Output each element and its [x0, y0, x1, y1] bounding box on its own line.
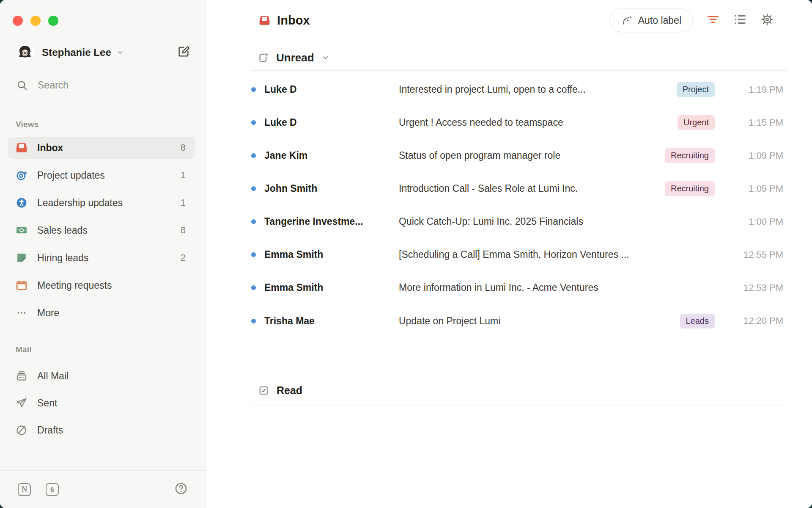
mail-list: All MailSentDrafts	[8, 365, 195, 441]
email-sender: Emma Smith	[264, 282, 399, 293]
unread-count-badge: 1	[181, 170, 186, 181]
email-row[interactable]: John SmithIntroduction Call - Sales Role…	[250, 172, 787, 205]
email-subject: Quick Catch-Up: Lumi Inc. 2025 Financial…	[399, 216, 732, 227]
window-controls	[13, 16, 58, 26]
email-row[interactable]: Emma SmithMore information in Lumi Inc. …	[250, 271, 787, 304]
notion-calendar-icon[interactable]: 6	[46, 483, 59, 496]
close-window-button[interactable]	[13, 16, 23, 26]
drafts-icon	[16, 424, 27, 436]
sidebar-item-inbox[interactable]: Inbox8	[8, 137, 195, 159]
auto-label-icon	[621, 14, 633, 26]
mail-section-label: Mail	[16, 345, 32, 354]
read-section-header[interactable]: Read	[258, 375, 787, 406]
unread-dot	[251, 285, 256, 290]
email-sender: Jane Kim	[264, 150, 399, 161]
email-time: 1:09 PM	[732, 150, 787, 161]
auto-label-button[interactable]: Auto label	[609, 8, 693, 32]
header-controls: Auto label	[609, 8, 774, 32]
sidebar-item-more[interactable]: More	[8, 302, 195, 324]
sidebar-item-project-updates[interactable]: Project updates1	[8, 164, 195, 186]
email-sender: Luke D	[264, 84, 399, 95]
compose-button[interactable]	[177, 45, 190, 60]
sidebar-item-hiring-leads[interactable]: Hiring leads2	[8, 247, 195, 269]
notion-app-icon[interactable]: N	[18, 483, 31, 496]
unread-dot	[251, 186, 256, 191]
email-subject: More information in Lumi Inc. - Acme Ven…	[399, 282, 732, 293]
search-icon	[16, 80, 28, 91]
unread-section-label: Unread	[276, 51, 314, 64]
gear-icon	[760, 13, 774, 26]
unread-dot	[251, 319, 256, 323]
email-time: 12:55 PM	[732, 249, 787, 260]
sidebar-item-all-mail[interactable]: All Mail	[8, 365, 195, 387]
account-name: Stephanie Lee	[42, 47, 111, 58]
sidebar-item-sent[interactable]: Sent	[8, 392, 195, 414]
unread-dot	[251, 87, 256, 92]
email-row[interactable]: Tangerine Investme...Quick Catch-Up: Lum…	[250, 205, 787, 238]
target-icon	[16, 169, 27, 181]
email-tag: Recruiting	[665, 148, 715, 163]
search-input[interactable]: Search	[16, 80, 69, 91]
email-row[interactable]: Luke DUrgent ! Access needed to teamspac…	[250, 106, 787, 139]
views-section-label: Views	[16, 120, 39, 129]
list-view-button[interactable]	[733, 13, 747, 28]
minimize-window-button[interactable]	[30, 16, 41, 26]
main-content: Inbox Auto label Unread	[206, 0, 812, 508]
sidebar-item-label: More	[37, 307, 59, 319]
divider	[250, 70, 787, 71]
views-list: Inbox8Project updates1Leadership updates…	[8, 137, 195, 324]
accessibility-icon	[16, 197, 27, 209]
filter-icon	[706, 13, 720, 26]
account-switcher[interactable]: Stephanie Lee	[16, 43, 190, 62]
sidebar-item-label: Leadership updates	[37, 197, 123, 209]
email-sender: Trisha Mae	[264, 315, 399, 327]
search-placeholder: Search	[38, 80, 69, 91]
email-subject: Urgent ! Access needed to teamspace	[399, 117, 678, 128]
email-tag: Leads	[680, 314, 715, 329]
inbox-icon	[16, 142, 27, 154]
email-row[interactable]: Trisha MaeUpdate on Project LumiLeads12:…	[250, 304, 787, 337]
email-subject: Introduction Call - Sales Role at Lumi I…	[399, 183, 665, 194]
auto-label-button-text: Auto label	[638, 15, 681, 26]
sidebar-item-label: Inbox	[37, 142, 63, 154]
main-header: Inbox Auto label	[206, 0, 812, 41]
email-row[interactable]: Luke DInterested in project Lumi, open t…	[250, 73, 787, 106]
unread-count-badge: 8	[181, 225, 186, 236]
sidebar-footer: N 6	[0, 470, 206, 508]
email-tag: Project	[677, 82, 715, 97]
list-icon	[733, 13, 747, 26]
all-mail-icon	[16, 370, 27, 382]
settings-button[interactable]	[760, 13, 774, 28]
unread-icon	[258, 52, 269, 63]
sidebar-item-drafts[interactable]: Drafts	[8, 419, 195, 441]
email-subject: Status of open program manager role	[399, 150, 665, 161]
sidebar: Stephanie Lee Search Views Inbox8Project…	[0, 0, 206, 508]
email-tag: Urgent	[678, 115, 715, 130]
zoom-window-button[interactable]	[48, 16, 58, 26]
app-window: Stephanie Lee Search Views Inbox8Project…	[0, 0, 812, 508]
email-row[interactable]: Emma Smith[Scheduling a Call] Emma Smith…	[250, 238, 787, 271]
email-subject: Interested in project Lumi, open to a co…	[399, 84, 677, 95]
email-time: 12:53 PM	[732, 282, 787, 293]
email-time: 1:19 PM	[732, 84, 787, 95]
help-button[interactable]	[174, 482, 188, 497]
filter-button[interactable]	[706, 13, 720, 28]
email-row[interactable]: Jane KimStatus of open program manager r…	[250, 139, 787, 172]
help-icon	[174, 482, 188, 495]
email-time: 1:00 PM	[732, 216, 787, 227]
sidebar-item-sales-leads[interactable]: Sales leads8	[8, 219, 195, 241]
sidebar-item-label: Sent	[37, 398, 57, 409]
email-time: 1:15 PM	[732, 117, 787, 128]
inbox-icon	[259, 15, 270, 26]
sidebar-item-meeting-requests[interactable]: Meeting requests	[8, 274, 195, 296]
sidebar-item-label: Project updates	[37, 170, 105, 181]
email-time: 12:20 PM	[732, 315, 787, 326]
sidebar-item-label: Drafts	[37, 425, 63, 436]
unread-dot	[251, 252, 256, 257]
sidebar-item-leadership-updates[interactable]: Leadership updates1	[8, 192, 195, 214]
note-icon	[16, 252, 27, 264]
page-title: Inbox	[277, 14, 310, 28]
checkbox-checked-icon	[258, 385, 269, 396]
unread-section-header[interactable]: Unread	[258, 41, 787, 70]
chevron-down-icon	[321, 53, 330, 62]
